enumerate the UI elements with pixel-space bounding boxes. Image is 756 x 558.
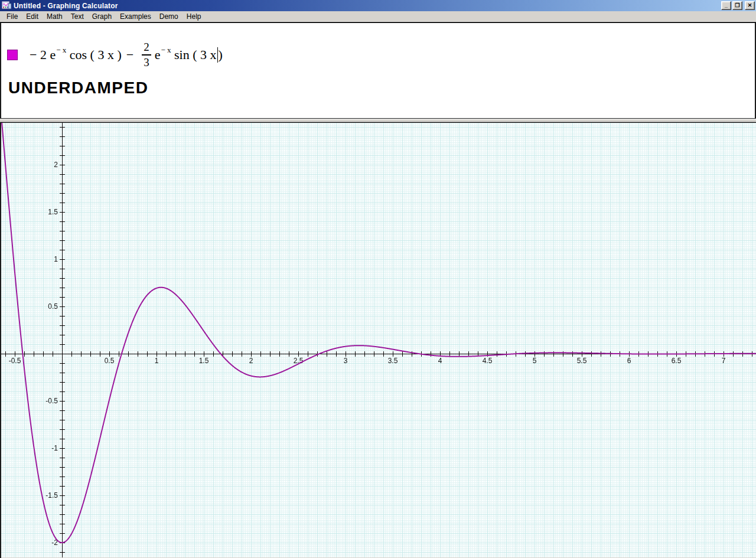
equation-sin-term: sin ( 3 x xyxy=(171,47,217,63)
equation-close-paren: ) xyxy=(219,47,223,63)
restore-button[interactable]: ❐ xyxy=(732,1,742,10)
menu-bar: File Edit Math Text Graph Examples Demo … xyxy=(0,11,756,22)
menu-math[interactable]: Math xyxy=(43,12,67,21)
equation-minus-operator: − xyxy=(126,47,133,63)
menu-demo[interactable]: Demo xyxy=(155,12,183,21)
graph-area xyxy=(0,122,756,558)
equation-e-base: e xyxy=(50,47,56,63)
equation-panel[interactable]: − 2 e− x cos ( 3 x ) − 2 3 e− x sin ( 3 … xyxy=(0,22,756,119)
menu-text[interactable]: Text xyxy=(67,12,88,21)
menu-examples[interactable]: Examples xyxy=(116,12,155,21)
equation-row: − 2 e− x cos ( 3 x ) − 2 3 e− x sin ( 3 … xyxy=(7,38,755,71)
fraction-denominator: 3 xyxy=(144,56,149,69)
curve-color-swatch[interactable] xyxy=(7,50,18,60)
window-title: Untitled - Graphing Calculator xyxy=(14,2,118,10)
menu-edit[interactable]: Edit xyxy=(22,12,43,21)
menu-help[interactable]: Help xyxy=(183,12,206,21)
equation-e-base-2: e xyxy=(155,47,161,63)
text-cursor xyxy=(217,47,218,63)
minimize-button[interactable]: _ xyxy=(721,1,731,10)
close-button[interactable]: ✕ xyxy=(745,1,755,10)
equation-exponent: − x xyxy=(56,45,66,55)
equation-fraction: 2 3 xyxy=(142,41,151,69)
graph-canvas[interactable] xyxy=(1,123,756,557)
app-icon[interactable] xyxy=(2,1,11,10)
menu-file[interactable]: File xyxy=(2,12,22,21)
equation-cos-term: cos ( 3 x ) xyxy=(66,47,121,63)
equation-term1-coefficient: − 2 xyxy=(30,47,50,63)
title-bar[interactable]: Untitled - Graphing Calculator _ ❐ ✕ xyxy=(0,0,756,11)
menu-graph[interactable]: Graph xyxy=(88,12,116,21)
equation-expression[interactable]: − 2 e− x cos ( 3 x ) − 2 3 e− x sin ( 3 … xyxy=(30,41,223,69)
graph-caption[interactable]: UNDERDAMPED xyxy=(8,79,755,97)
fraction-numerator: 2 xyxy=(142,41,151,56)
equation-exponent-2: − x xyxy=(161,45,171,55)
app-window: Untitled - Graphing Calculator _ ❐ ✕ Fil… xyxy=(0,0,756,558)
